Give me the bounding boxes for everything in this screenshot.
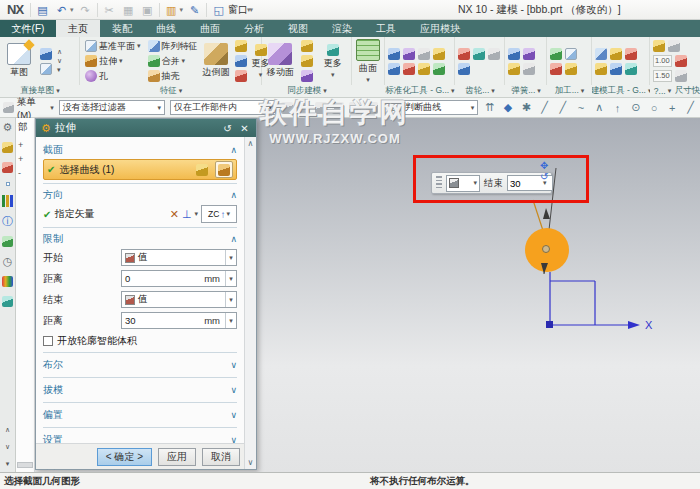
group-label-spring[interactable]: 弹簧...▾ bbox=[505, 85, 547, 97]
ribbon-icon[interactable] bbox=[458, 48, 470, 60]
tab-view[interactable]: 视图 bbox=[276, 20, 320, 37]
start-limit-dropdown[interactable]: 值 ▾ bbox=[121, 249, 237, 266]
copy-icon[interactable]: ▦ bbox=[121, 2, 136, 18]
ribbon-icon[interactable] bbox=[550, 63, 562, 75]
snap-point-icon[interactable]: ⇈ bbox=[483, 101, 496, 114]
group-label-misc[interactable]: ?...▾ bbox=[650, 86, 675, 96]
ribbon-icon[interactable] bbox=[668, 40, 680, 52]
curve-rule-dropdown[interactable]: 自动判断曲线 ▾ bbox=[383, 100, 478, 115]
scroll-up-icon[interactable]: ∧ bbox=[5, 426, 10, 434]
tab-analysis[interactable]: 分析 bbox=[232, 20, 276, 37]
vector-dialog-icon[interactable]: ✕ bbox=[170, 208, 179, 221]
part-navigator-tab[interactable] bbox=[6, 182, 10, 186]
scroll-down-icon[interactable]: ∨ bbox=[248, 458, 254, 467]
rectangle-button[interactable] bbox=[38, 62, 54, 76]
pattern-feature-button[interactable]: 阵列特征 bbox=[146, 39, 200, 53]
pin-icon[interactable]: ▾ bbox=[6, 460, 10, 468]
reuse-library-icon[interactable] bbox=[2, 195, 13, 207]
snap-point-icon[interactable]: ∧ bbox=[593, 101, 606, 114]
ribbon-icon[interactable] bbox=[523, 63, 535, 75]
snap-point-icon[interactable]: ⊙ bbox=[629, 101, 642, 114]
ribbon-icon[interactable] bbox=[595, 48, 607, 60]
edge-blend-button[interactable]: 边倒圆 bbox=[203, 43, 230, 79]
select-curve-row[interactable]: ✔ 选择曲线 (1) bbox=[43, 159, 237, 180]
unite-button[interactable]: 合并 ▾ bbox=[146, 54, 200, 68]
type-filter-dropdown[interactable]: 没有选择过滤器 ▾ bbox=[59, 100, 165, 115]
snap-point-icon[interactable]: ╱ bbox=[538, 101, 551, 114]
tab-home[interactable]: 主页 bbox=[56, 20, 100, 37]
ok-button[interactable]: < 确定 > bbox=[97, 448, 152, 466]
rotate-handle-icon[interactable]: ↺ bbox=[540, 172, 548, 182]
ribbon-icon[interactable] bbox=[403, 48, 415, 60]
highlight-icon[interactable] bbox=[281, 102, 293, 114]
ribbon-icon[interactable] bbox=[508, 63, 520, 75]
ribbon-icon[interactable] bbox=[488, 48, 500, 60]
trim-body-button[interactable] bbox=[233, 54, 249, 68]
selection-scope-dropdown[interactable]: 仅在工作部件内 ▾ bbox=[170, 100, 276, 115]
reset-icon[interactable]: ↺ bbox=[221, 123, 234, 134]
top-selection-icon[interactable] bbox=[298, 102, 310, 114]
wcs-icon[interactable] bbox=[332, 102, 344, 114]
open-profile-row[interactable]: 开放轮廓智能体积 bbox=[43, 331, 237, 350]
web-browser-icon[interactable]: ⓘ bbox=[2, 216, 13, 227]
move-face-button[interactable]: 移动面 bbox=[265, 43, 296, 79]
gallery-up-icon[interactable]: ∧ bbox=[57, 48, 62, 56]
redo-icon[interactable]: ↷ bbox=[78, 2, 93, 18]
ribbon-icon[interactable] bbox=[565, 63, 577, 75]
pen-icon[interactable]: ✎ bbox=[187, 2, 202, 18]
tab-curve[interactable]: 曲线 bbox=[144, 20, 188, 37]
apply-button[interactable]: 应用 bbox=[158, 448, 196, 466]
ribbon-icon[interactable] bbox=[675, 55, 687, 67]
paste-icon[interactable]: ▣ bbox=[140, 2, 155, 18]
history-palette-icon[interactable] bbox=[2, 236, 13, 247]
ribbon-icon[interactable] bbox=[565, 48, 577, 60]
dropdown-icon[interactable]: ▾ bbox=[194, 210, 198, 218]
move-handle-icon[interactable]: ✥ bbox=[540, 161, 548, 171]
scale-chip[interactable]: 1.50 bbox=[653, 70, 672, 82]
offset-region-button[interactable] bbox=[299, 54, 315, 68]
end-distance-input[interactable]: 30 mm ▾ bbox=[121, 312, 237, 329]
section-header-section[interactable]: 截面 ∧ bbox=[43, 141, 237, 158]
sketch-section-button[interactable] bbox=[215, 161, 233, 178]
tree-expand-marker[interactable]: + bbox=[16, 137, 34, 151]
lasso-icon[interactable] bbox=[366, 102, 378, 114]
extrude-button[interactable]: 拉伸 ▾ bbox=[83, 54, 143, 68]
end-limit-option-dropdown[interactable]: ▾ bbox=[446, 175, 480, 192]
section-header-boolean[interactable]: 布尔 ∨ bbox=[43, 355, 237, 375]
group-label-modeling-tools[interactable]: 建模工具 - G...▾ bbox=[592, 85, 650, 97]
snap-point-icon[interactable]: + bbox=[666, 102, 679, 114]
drag-handle[interactable] bbox=[436, 176, 442, 190]
ribbon-icon[interactable] bbox=[625, 48, 637, 60]
start-distance-input[interactable]: 0 mm ▾ bbox=[121, 270, 237, 287]
section-header-offset[interactable]: 偏置 ∨ bbox=[43, 405, 237, 425]
section-header-limits[interactable]: 限制 ∧ bbox=[43, 230, 237, 247]
save-icon[interactable]: ▤ bbox=[35, 2, 50, 18]
ribbon-icon[interactable] bbox=[418, 63, 430, 75]
cut-icon[interactable]: ✂ bbox=[102, 2, 117, 18]
ribbon-icon[interactable] bbox=[388, 63, 400, 75]
window-menu[interactable]: ◱ 窗口 ▾ ▾ bbox=[211, 2, 253, 18]
ribbon-icon[interactable] bbox=[595, 63, 607, 75]
snap-point-icon[interactable]: ~ bbox=[574, 102, 587, 114]
roles-icon[interactable] bbox=[2, 296, 13, 307]
specify-vector-row[interactable]: ✔ 指定矢量 ✕ ⊥ ▾ ZC ↑ ▾ bbox=[43, 203, 237, 225]
ribbon-icon[interactable] bbox=[433, 48, 445, 60]
undo-icon[interactable]: ↶ bbox=[54, 2, 69, 18]
ribbon-icon[interactable] bbox=[610, 63, 622, 75]
ribbon-icon[interactable] bbox=[610, 48, 622, 60]
group-label-machining[interactable]: 加工...▾ bbox=[547, 85, 592, 97]
draft-button[interactable] bbox=[233, 69, 249, 83]
ribbon-icon[interactable] bbox=[403, 63, 415, 75]
on-screen-input-toolbar[interactable]: ▾ 结束 ▾ bbox=[431, 172, 552, 194]
chamfer-button[interactable] bbox=[233, 39, 249, 53]
palette-icon[interactable] bbox=[2, 276, 13, 287]
toolbar-options-icon[interactable]: ▾ bbox=[250, 6, 254, 14]
tree-expand-marker[interactable]: + bbox=[16, 151, 34, 165]
snap-point-icon[interactable]: ╱ bbox=[556, 101, 569, 114]
scale-chip[interactable]: 1.00 bbox=[653, 55, 672, 67]
group-label-feature[interactable]: 特征▾ bbox=[80, 85, 262, 97]
gallery-more-icon[interactable]: ▾ bbox=[57, 66, 62, 74]
snap-point-icon[interactable]: ✱ bbox=[520, 101, 533, 114]
undo-dropdown-icon[interactable]: ▾ bbox=[70, 6, 74, 14]
dropdown-icon[interactable]: ▾ bbox=[225, 271, 236, 286]
